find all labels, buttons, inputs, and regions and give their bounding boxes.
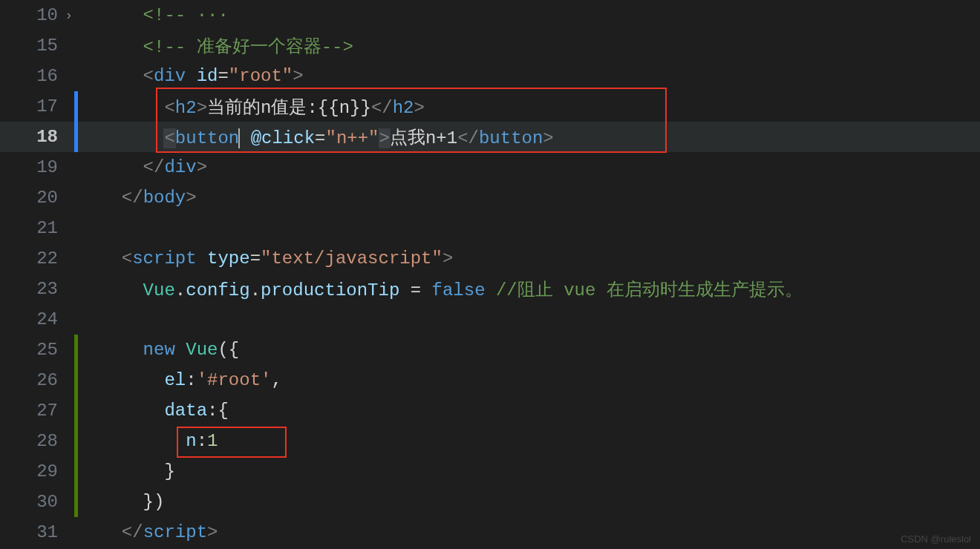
code-line[interactable]: 24 [0, 304, 980, 335]
code-content[interactable]: </div> [78, 157, 207, 177]
code-line[interactable]: 27 data:{ [0, 395, 980, 426]
line-number: 24 [0, 309, 74, 329]
line-number: 21 [0, 218, 74, 238]
code-line[interactable]: 29 } [0, 456, 980, 487]
code-content[interactable]: <h2>当前的n值是:{{n}}</h2> [78, 95, 425, 119]
code-line[interactable]: 28 n:1 [0, 426, 980, 456]
code-line[interactable]: 22 <script type="text/javascript"> [0, 243, 980, 274]
watermark: CSDN @ruleslol [901, 533, 971, 545]
code-line[interactable]: 25 new Vue({ [0, 335, 980, 365]
code-content[interactable]: el:'#root', [78, 370, 282, 390]
fold-icon[interactable]: › [65, 8, 73, 23]
code-line[interactable]: 23 Vue.config.productionTip = false //阻止… [0, 274, 980, 304]
code-line[interactable]: 26 el:'#root', [0, 365, 980, 395]
code-editor[interactable]: 10› <!-- ···15 <!-- 准备好一个容器-->16 <div id… [0, 0, 980, 549]
line-number: 27 [0, 401, 74, 421]
code-content[interactable]: </script> [78, 522, 218, 542]
code-content[interactable]: <div id="root"> [78, 66, 304, 86]
code-line[interactable]: 21 [0, 213, 980, 243]
line-number: 19 [0, 157, 74, 177]
change-marker [74, 304, 78, 335]
line-number: 18 [0, 127, 74, 147]
code-content[interactable]: Vue.config.productionTip = false //阻止 vu… [78, 277, 803, 301]
line-number: 15 [0, 36, 74, 56]
line-number: 22 [0, 249, 74, 269]
line-number: 29 [0, 461, 74, 481]
line-number: 16 [0, 66, 74, 86]
code-content[interactable]: <script type="text/javascript"> [78, 249, 453, 269]
code-content[interactable]: <!-- 准备好一个容器--> [78, 34, 353, 58]
code-line[interactable]: 18 <button @click="n++">点我n+1</button> [0, 122, 980, 152]
code-content[interactable]: data:{ [78, 401, 229, 421]
code-line[interactable]: 30 }) [0, 487, 980, 517]
line-number: 28 [0, 431, 74, 451]
code-line[interactable]: 19 </div> [0, 152, 980, 183]
code-content[interactable]: new Vue({ [78, 340, 239, 360]
code-line[interactable]: 16 <div id="root"> [0, 61, 980, 91]
line-number: 10› [0, 5, 74, 25]
code-content[interactable]: <button @click="n++">点我n+1</button> [78, 125, 554, 149]
code-line[interactable]: 20 </body> [0, 183, 980, 213]
code-line[interactable]: 15 <!-- 准备好一个容器--> [0, 30, 980, 61]
code-content[interactable]: <!-- ··· [78, 5, 229, 25]
line-number: 23 [0, 279, 74, 299]
code-line[interactable]: 31 </script> [0, 517, 980, 548]
line-number: 20 [0, 188, 74, 208]
change-marker [74, 213, 78, 243]
line-number: 26 [0, 370, 74, 390]
code-line[interactable]: 10› <!-- ··· [0, 0, 980, 30]
line-number: 30 [0, 492, 74, 512]
line-number: 17 [0, 96, 74, 116]
line-number: 31 [0, 522, 74, 542]
line-number: 25 [0, 340, 74, 360]
code-content[interactable]: } [78, 461, 175, 481]
code-content[interactable]: </body> [78, 188, 197, 208]
code-content[interactable]: n:1 [78, 431, 218, 451]
code-line[interactable]: 17 <h2>当前的n值是:{{n}}</h2> [0, 91, 980, 122]
code-content[interactable]: }) [78, 492, 164, 512]
